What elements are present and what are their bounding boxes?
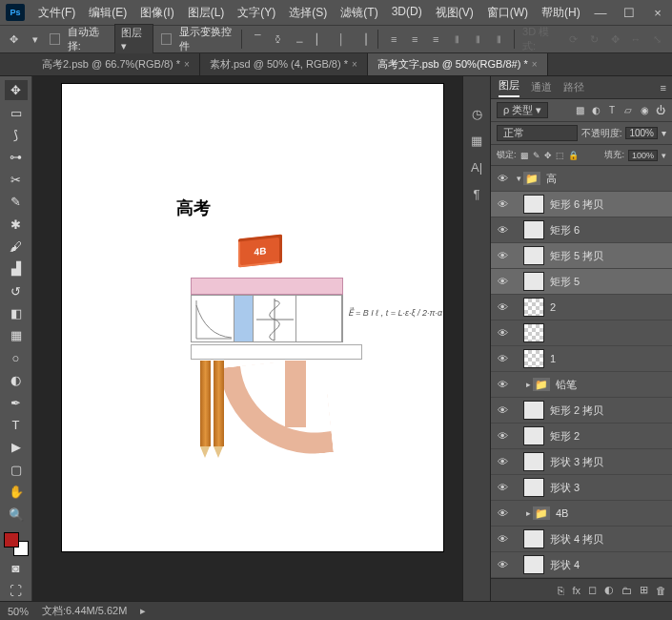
layer-name[interactable]: 高 — [546, 172, 557, 186]
status-arrow-icon[interactable]: ▸ — [140, 605, 146, 617]
layer-row[interactable]: 👁 — [491, 320, 672, 346]
expand-arrow-icon[interactable]: ▾ — [514, 174, 523, 183]
swatches-panel-icon[interactable]: ▦ — [468, 132, 485, 149]
menu-item[interactable]: 视图(V) — [430, 2, 479, 24]
visibility-toggle[interactable]: 👁 — [491, 507, 514, 519]
screen-mode-tool[interactable]: ⛶ — [5, 580, 28, 600]
layer-mask-icon[interactable]: ◻ — [588, 584, 597, 596]
layer-row[interactable]: 👁矩形 6 拷贝 — [491, 192, 672, 217]
visibility-toggle[interactable]: 👁 — [491, 224, 514, 236]
layer-row[interactable]: 👁2 — [491, 295, 672, 320]
menu-item[interactable]: 文字(Y) — [232, 2, 281, 24]
visibility-toggle[interactable]: 👁 — [491, 353, 514, 364]
close-tab-icon[interactable]: × — [532, 59, 538, 70]
zoom-level[interactable]: 50% — [8, 606, 29, 617]
layer-row[interactable]: 👁矩形 5 拷贝 — [491, 243, 672, 269]
filter-adjust-icon[interactable]: ◐ — [590, 105, 601, 116]
layer-name[interactable]: 矩形 6 — [550, 223, 580, 238]
layer-row[interactable]: 👁形状 3 拷贝 — [491, 449, 672, 475]
pen-tool[interactable]: ✒ — [5, 392, 28, 412]
dropdown-icon[interactable]: ▾ — [29, 31, 42, 47]
filter-shape-icon[interactable]: ▱ — [622, 105, 634, 116]
layer-row[interactable]: 👁矩形 5 — [491, 269, 672, 295]
layer-name[interactable]: 4B — [556, 507, 568, 519]
adjustment-layer-icon[interactable]: ◐ — [604, 584, 614, 596]
menu-item[interactable]: 文件(F) — [32, 2, 81, 24]
dist-hcenter-icon[interactable]: ⦀ — [470, 32, 485, 46]
eraser-tool[interactable]: ◧ — [5, 303, 28, 323]
quick-select-tool[interactable]: ⊶ — [5, 147, 28, 167]
menu-item[interactable]: 编辑(E) — [83, 2, 132, 24]
filter-pixel-icon[interactable]: ▩ — [574, 105, 585, 116]
filter-smart-icon[interactable]: ◉ — [639, 105, 650, 116]
document-tab[interactable]: 高考文字.psb @ 50%(RGB/8#) *× — [368, 53, 548, 75]
visibility-toggle[interactable]: 👁 — [491, 198, 514, 210]
dist-right-icon[interactable]: ⦀ — [491, 32, 506, 46]
hand-tool[interactable]: ✋ — [5, 482, 28, 502]
document-tab[interactable]: 高考2.psb @ 66.7%(RGB/8) *× — [32, 53, 200, 75]
menu-item[interactable]: 图层(L) — [182, 2, 231, 24]
close-tab-icon[interactable]: × — [184, 59, 190, 70]
maximize-button[interactable]: ☐ — [615, 0, 643, 25]
zoom-tool[interactable]: 🔍 — [5, 504, 28, 524]
visibility-toggle[interactable]: 👁 — [491, 456, 514, 467]
expand-arrow-icon[interactable]: ▸ — [523, 508, 533, 518]
visibility-toggle[interactable]: 👁 — [491, 301, 514, 313]
dist-top-icon[interactable]: ≡ — [386, 32, 401, 46]
layer-row[interactable]: 👁形状 4 拷贝 — [491, 527, 672, 552]
layer-name[interactable]: 矩形 6 拷贝 — [550, 197, 603, 212]
path-select-tool[interactable]: ▶ — [5, 437, 28, 457]
align-right-icon[interactable]: ▕ — [355, 32, 370, 46]
auto-select-checkbox[interactable] — [50, 33, 60, 45]
layer-row[interactable]: 👁▾高 — [491, 166, 672, 192]
align-left-icon[interactable]: ▏ — [313, 32, 328, 46]
tab-paths[interactable]: 路径 — [563, 80, 584, 94]
layer-row[interactable]: 👁▸铅笔 — [491, 372, 672, 398]
layer-name[interactable]: 形状 3 拷贝 — [550, 455, 603, 469]
visibility-toggle[interactable]: 👁 — [491, 404, 514, 416]
lock-position-icon[interactable]: ✥ — [544, 151, 552, 160]
visibility-toggle[interactable]: 👁 — [491, 482, 514, 493]
layer-name[interactable]: 矩形 5 — [550, 275, 580, 289]
layer-row[interactable]: 👁矩形 2 拷贝 — [491, 398, 672, 424]
character-panel-icon[interactable]: A| — [468, 158, 485, 176]
doc-size[interactable]: 文档:6.44M/5.62M — [42, 604, 127, 618]
opacity-field[interactable]: 100% — [625, 127, 658, 139]
filter-kind-dropdown[interactable]: ρ 类型 ▾ — [497, 102, 548, 118]
gradient-tool[interactable]: ▦ — [5, 325, 28, 345]
type-tool[interactable]: T — [5, 415, 28, 435]
canvas-area[interactable]: 高考 4B E⃗ = B I ℓ , t = L·ε·ξ / 2·π·α — [32, 76, 462, 601]
dist-left-icon[interactable]: ⦀ — [449, 32, 464, 46]
foreground-color[interactable] — [4, 532, 19, 548]
show-transform-checkbox[interactable] — [161, 33, 172, 45]
blur-tool[interactable]: ○ — [5, 348, 28, 368]
link-layers-icon[interactable]: ⎘ — [558, 585, 564, 596]
filter-type-icon[interactable]: T — [606, 105, 618, 116]
menu-item[interactable]: 3D(D) — [386, 2, 428, 24]
visibility-toggle[interactable]: 👁 — [491, 250, 514, 261]
layer-name[interactable]: 1 — [550, 353, 556, 364]
paragraph-panel-icon[interactable]: ¶ — [468, 185, 485, 202]
visibility-toggle[interactable]: 👁 — [491, 430, 514, 442]
group-icon[interactable]: 🗀 — [621, 585, 632, 596]
align-bottom-icon[interactable]: ⎽ — [292, 32, 307, 46]
expand-arrow-icon[interactable]: ▸ — [523, 380, 533, 389]
quick-mask-tool[interactable]: ◙ — [5, 558, 28, 578]
layer-row[interactable]: 👁形状 3 — [491, 475, 672, 501]
layer-name[interactable]: 矩形 2 — [550, 429, 580, 444]
history-brush-tool[interactable]: ↺ — [5, 281, 28, 301]
dist-vcenter-icon[interactable]: ≡ — [407, 32, 422, 46]
lock-artboard-icon[interactable]: ⬚ — [556, 151, 564, 160]
visibility-toggle[interactable]: 👁 — [491, 559, 514, 570]
auto-select-dropdown[interactable]: 图层 ▾ — [114, 24, 153, 54]
align-hcenter-icon[interactable]: │ — [334, 32, 349, 46]
menu-item[interactable]: 滤镜(T) — [335, 2, 383, 24]
color-swatches[interactable] — [4, 532, 29, 556]
layer-name[interactable]: 形状 4 拷贝 — [550, 532, 603, 547]
layer-row[interactable]: 👁形状 4 — [491, 552, 672, 578]
layer-name[interactable]: 形状 4 — [550, 558, 580, 572]
lock-transparency-icon[interactable]: ▩ — [520, 151, 529, 160]
delete-layer-icon[interactable]: 🗑 — [656, 585, 666, 596]
layers-list[interactable]: 👁▾高👁矩形 6 拷贝👁矩形 6👁矩形 5 拷贝👁矩形 5👁2👁👁1👁▸铅笔👁矩… — [491, 166, 672, 578]
visibility-toggle[interactable]: 👁 — [491, 327, 514, 339]
